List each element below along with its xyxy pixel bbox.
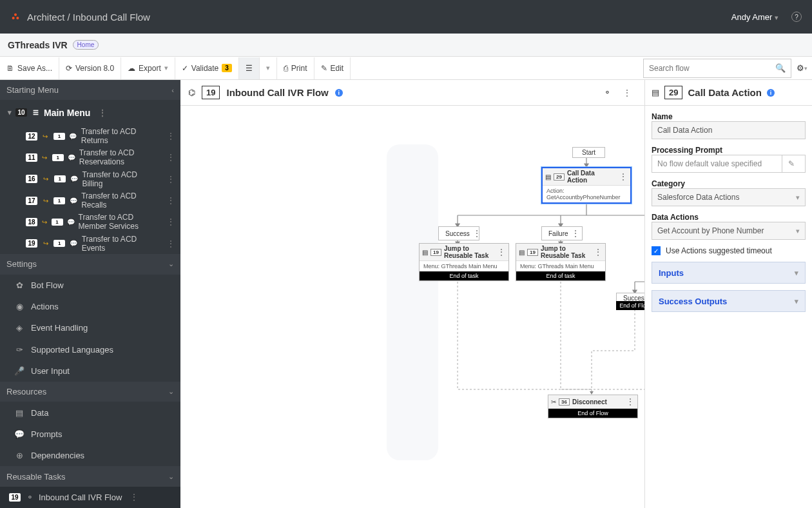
search-icon: 🔍 [775, 63, 786, 73]
print-icon: ⎙ [284, 64, 288, 73]
inspector-panel: ▤ 29 Call Data Action i Name Call Data A… [644, 80, 812, 508]
reusable-section[interactable]: Reusable Tasks⌄ [0, 466, 180, 486]
success-branch[interactable]: Success⋮ [438, 226, 479, 240]
category-label: Category [652, 179, 806, 188]
search-input[interactable]: 🔍 [643, 59, 791, 78]
checkbox-checked-icon: ✓ [652, 246, 661, 255]
timeout-checkbox-row[interactable]: ✓ Use Actions suggested timeout [652, 246, 806, 255]
bottom-disconnect-node[interactable]: ✂36Disconnect⋮ End of Flow [548, 395, 638, 418]
pencil-icon[interactable]: ✎ [782, 155, 800, 173]
logo [10, 12, 21, 22]
lang-icon: ✑ [14, 345, 24, 355]
menu-item-billing[interactable]: 16 ↪1💬 Transfer to ACD Billing⋮ [0, 168, 180, 190]
success-jump-node[interactable]: ▤19Jump to Reusable Task⋮ Menu: GThreads… [419, 243, 509, 281]
list-view-button[interactable]: ☰ [239, 57, 260, 79]
user-menu[interactable]: Andy Amer ▾ [731, 12, 778, 22]
failure-branch[interactable]: Failure⋮ [541, 226, 583, 240]
outputs-accordion[interactable]: Success Outputs▾ [652, 290, 806, 312]
info-icon[interactable]: i [335, 89, 343, 97]
flow-name: GThreads IVR [8, 40, 68, 50]
help-icon[interactable]: ? [791, 12, 802, 22]
link-icon: ⊕ [14, 451, 24, 460]
mic-icon: 🎤 [14, 366, 24, 376]
edit-button[interactable]: ✎Edit [314, 57, 351, 79]
info-icon[interactable]: i [767, 89, 775, 97]
tree-icon[interactable]: ⌬ [188, 88, 195, 97]
name-field[interactable]: Call Data Action [652, 121, 806, 139]
main-menu-item[interactable]: ▾ 10 ☰ Main Menu ⋮ [0, 100, 180, 125]
svg-point-2 [16, 17, 19, 19]
menu-icon: ☰ [31, 108, 40, 117]
more-icon[interactable]: ⋮ [98, 108, 107, 118]
menu-item-recalls[interactable]: 17 ↪1💬 Transfer to ACD Recalls⋮ [0, 190, 180, 211]
data-actions-select[interactable]: Get Account by Phone Number▾ [652, 222, 806, 240]
bot-icon: ✿ [14, 280, 24, 290]
starting-menu-section[interactable]: Starting Menu‹ [0, 80, 180, 100]
prompt-icon: 💬 [14, 429, 24, 439]
processing-label: Processing Prompt [652, 146, 806, 155]
canvas: ⌬ 19 Inbound Call IVR Flow i ⚬ ⋮ [180, 80, 644, 508]
svg-point-0 [14, 14, 17, 16]
start-node[interactable]: Start [572, 147, 605, 158]
minimap-icon[interactable]: ⚬ [604, 88, 611, 97]
inspector-title: Call Data Action [688, 87, 761, 98]
failure-jump-node[interactable]: ▤19Jump to Reusable Task⋮ Menu: GThreads… [516, 243, 606, 281]
reusable-task-item[interactable]: 19 ⚬ Inbound Call IVR Flow⋮ [0, 487, 180, 508]
flow-icon: ⚬ [24, 493, 35, 502]
save-icon: 🗎 [6, 64, 14, 73]
save-button[interactable]: 🗎Save As... [0, 57, 59, 79]
pencil-icon: ✎ [321, 64, 327, 73]
user-input-item[interactable]: 🎤User Input [0, 360, 180, 382]
gear-icon: ⚙ [797, 63, 804, 73]
flow-canvas[interactable]: Start ▤29Call Data Action⋮ Action: GetAc… [180, 106, 644, 508]
canvas-more[interactable]: ⋮ [623, 88, 632, 98]
inputs-accordion[interactable]: Inputs▾ [652, 262, 806, 284]
sidebar: Starting Menu‹ ▾ 10 ☰ Main Menu ⋮ 12 ↪ 1… [0, 80, 180, 508]
processing-field[interactable]: No flow default value specified ✎ [652, 155, 806, 173]
db-icon: ▤ [545, 173, 551, 181]
chevron-left-icon: ‹ [171, 86, 174, 94]
version-button[interactable]: ⟳Version 8.0 [59, 57, 121, 79]
actions-item[interactable]: ◉Actions [0, 296, 180, 317]
settings-gear-button[interactable]: ⚙▾ [791, 59, 812, 78]
home-badge[interactable]: Home [73, 40, 99, 50]
validate-button[interactable]: ✓Validate 3 [175, 57, 239, 79]
languages-item[interactable]: ✑Supported Languages [0, 339, 180, 360]
version-icon: ⟳ [66, 64, 72, 73]
data-item[interactable]: ▤Data [0, 402, 180, 423]
breadcrumb[interactable]: Architect / Inbound Call Flow [27, 12, 150, 23]
database-icon: ▤ [14, 408, 24, 418]
arrow-icon: ↪ [41, 132, 50, 141]
list-icon: ☰ [246, 64, 253, 73]
menu-item-events[interactable]: 19 ↪1💬 Transfer to ACD Events⋮ [0, 233, 180, 254]
name-label: Name [652, 112, 806, 121]
prompts-item[interactable]: 💬Prompts [0, 424, 180, 445]
menu-item-member[interactable]: 18 ↪1💬 Transfer to ACD Member Services⋮ [0, 211, 180, 233]
svg-point-1 [12, 17, 15, 19]
menu-item-reservations[interactable]: 11 ↪1💬 Transfer to ACD Reservations⋮ [0, 147, 180, 168]
canvas-title: Inbound Call IVR Flow [226, 87, 328, 98]
t-success-end: End of Flow [616, 301, 644, 310]
list-dropdown[interactable]: ▾ [260, 57, 277, 79]
cloud-icon: ☁ [128, 64, 135, 73]
settings-section[interactable]: Settings⌄ [0, 254, 180, 274]
bot-flow-item[interactable]: ✿Bot Flow [0, 275, 180, 296]
call-data-action-node[interactable]: ▤29Call Data Action⋮ Action: GetAccountb… [541, 167, 632, 204]
speech-icon: 💬 [69, 132, 77, 141]
globe-icon: ◉ [14, 302, 24, 311]
data-actions-label: Data Actions [652, 213, 806, 222]
db-icon: ▤ [652, 88, 659, 97]
tag-icon: ◈ [14, 323, 24, 333]
dependencies-item[interactable]: ⊕Dependencies [0, 445, 180, 466]
task-number: 19 [202, 86, 220, 99]
export-button[interactable]: ☁Export ▾ [121, 57, 175, 79]
menu-item-returns[interactable]: 12 ↪ 1 💬 Transfer to ACD Returns⋮ [0, 126, 180, 147]
check-icon: ✓ [182, 64, 188, 73]
resources-section[interactable]: Resources⌄ [0, 382, 180, 402]
category-select[interactable]: Salesforce Data Actions▾ [652, 188, 806, 206]
event-handling-item[interactable]: ◈Event Handling [0, 317, 180, 338]
print-button[interactable]: ⎙Print [277, 57, 314, 79]
